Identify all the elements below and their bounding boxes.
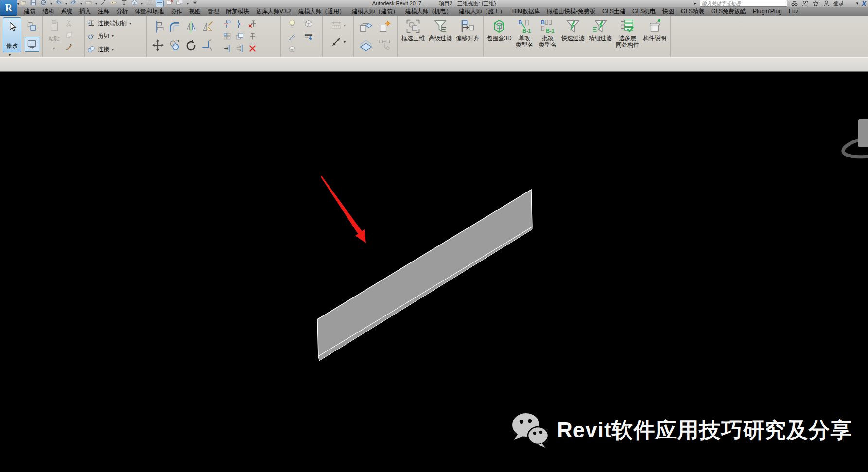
align-icon[interactable]: [152, 20, 164, 33]
pin-icon[interactable]: [248, 32, 257, 40]
sections-stack-icon[interactable]: [359, 38, 373, 52]
drawing-area[interactable]: Revit软件应用技巧研究及分享: [0, 72, 868, 472]
ribbon-tab-3[interactable]: 插入: [76, 7, 94, 16]
rename-batch-type-button[interactable]: BB-1 批改 类型名: [536, 17, 559, 55]
ribbon-tab-16[interactable]: BIM数据库: [509, 7, 543, 16]
communication-center-icon[interactable]: [801, 0, 809, 7]
document-title: 项目2 - 三维视图: {三维}: [439, 0, 496, 6]
section-box-icon[interactable]: [287, 44, 297, 54]
join-geometry-button[interactable]: 连接 ▾: [87, 44, 114, 54]
ribbon-tab-14[interactable]: 建模大师（机电）: [402, 7, 455, 16]
red-arrow-annotation: [321, 176, 366, 243]
application-menu-button[interactable]: R: [0, 0, 17, 16]
multi-layer-select-button[interactable]: 选多层 同处构件: [614, 17, 641, 55]
ribbon-tab-22[interactable]: GLS免费族酷: [708, 7, 749, 16]
svg-text:B: B: [519, 19, 522, 25]
component-note-button[interactable]: 构件说明: [641, 17, 668, 55]
cut-to-clipboard-icon[interactable]: [65, 19, 73, 27]
ribbon-tab-1[interactable]: 结构: [39, 7, 57, 16]
bounding-box-3d-button[interactable]: 包围盒3D: [486, 17, 513, 55]
paste-button[interactable]: 粘贴 ▾: [46, 17, 62, 52]
ribbon-tab-17[interactable]: 橄榄山快模-免费版: [543, 7, 599, 16]
ribbon-tab-13[interactable]: 建模大师（建筑）: [348, 7, 402, 16]
hide-lines-icon[interactable]: [304, 32, 313, 41]
mirror-pick-icon[interactable]: [185, 20, 197, 33]
scale-icon[interactable]: [236, 32, 244, 40]
unpin-icon[interactable]: [248, 20, 257, 28]
flow-diagram-icon[interactable]: [378, 38, 391, 52]
application-menu-caret-icon[interactable]: ▾: [17, 2, 19, 6]
box-select-3d-button[interactable]: 框选三维: [399, 17, 427, 55]
select-panel: 修改 ▼: [0, 16, 43, 57]
ribbon-tab-row: 建筑结构系统插入注释分析体量和场地协作视图管理附加模块族库大师V3.2建模大师（…: [0, 7, 868, 16]
mirror-draw-icon[interactable]: [201, 20, 214, 33]
search-input[interactable]: [700, 0, 787, 7]
brush-override-icon[interactable]: [287, 32, 297, 41]
copy-to-clipboard-icon[interactable]: [65, 31, 73, 39]
ribbon-tab-2[interactable]: 系统: [57, 7, 76, 16]
cubes-pair-icon[interactable]: [359, 20, 373, 34]
ribbon-tab-24[interactable]: Fuz: [785, 7, 802, 16]
search-icon[interactable]: [791, 0, 798, 7]
measure-between-refs-button[interactable]: ▾: [330, 36, 346, 48]
ribbon-tab-8[interactable]: 视图: [186, 7, 204, 16]
offset-align-button[interactable]: 偏移对齐: [454, 17, 481, 55]
sign-in-avatar-icon[interactable]: [823, 0, 830, 7]
ribbon-tab-11[interactable]: 族库大师V3.2: [253, 7, 295, 16]
ribbon-tab-10[interactable]: 附加模块: [223, 7, 253, 16]
trim-extend-icon[interactable]: [223, 44, 231, 52]
select-boxes-toggle[interactable]: [25, 19, 39, 34]
component-note-icon: [647, 19, 662, 34]
sign-in-button[interactable]: 登录: [833, 0, 844, 7]
cut-geometry-button[interactable]: 剪切 ▾: [87, 32, 114, 41]
view-cube-partial[interactable]: [842, 119, 868, 161]
cope-icon: [87, 19, 95, 27]
ribbon-tab-4[interactable]: 注释: [94, 7, 113, 16]
split-icon[interactable]: [223, 20, 231, 28]
modify-tools-large-grid: [150, 17, 216, 54]
drag-select-toggle[interactable]: [25, 37, 39, 52]
rotate-icon[interactable]: [185, 39, 197, 52]
rename-single-type-button[interactable]: BB-1 单改 类型名: [513, 17, 536, 55]
multi-trim-icon[interactable]: [236, 44, 244, 52]
ribbon-tab-5[interactable]: 分析: [113, 7, 131, 16]
ribbon-tab-18[interactable]: GLS土建: [599, 7, 629, 16]
offset-align-icon: [460, 19, 475, 34]
delete-icon[interactable]: [248, 44, 257, 52]
ribbon-tab-15[interactable]: 建模大师（施工）: [455, 7, 509, 16]
modify-tools-panel: [147, 16, 281, 57]
ribbon-tab-0[interactable]: 建筑: [20, 7, 39, 16]
advanced-filter-button[interactable]: 高级过滤: [427, 17, 454, 55]
ribbon-tab-23[interactable]: Plugin'Plug: [749, 7, 785, 16]
ribbon-tab-9[interactable]: 管理: [204, 7, 223, 16]
move-icon[interactable]: [152, 39, 164, 52]
search-expand-arrow-icon[interactable]: ▸: [694, 1, 696, 6]
modify-button[interactable]: 修改: [3, 17, 21, 52]
measure-button[interactable]: ▾: [330, 19, 346, 31]
sign-in-dropdown-icon[interactable]: ▾: [856, 1, 859, 6]
gap-split-icon[interactable]: [236, 20, 244, 28]
view-box-3d-icon[interactable]: [304, 19, 313, 29]
quick-filter-button[interactable]: 快速过滤: [559, 17, 587, 55]
cube-new-icon[interactable]: [378, 20, 391, 34]
match-properties-icon[interactable]: [65, 43, 73, 51]
ribbon-tab-12[interactable]: 建模大师（通用）: [295, 7, 348, 16]
ribbon-tab-6[interactable]: 体量和场地: [131, 7, 167, 16]
slab-bottom-edge[interactable]: [318, 227, 532, 361]
ribbon-tab-20[interactable]: 快图: [659, 7, 677, 16]
favorites-icon[interactable]: [812, 0, 819, 7]
ribbon-tab-21[interactable]: GLS精装: [677, 7, 708, 16]
cope-button[interactable]: 连接端切割 ▾: [87, 18, 131, 28]
ribbon-tab-19[interactable]: GLS机电: [629, 7, 659, 16]
create-panel: [354, 16, 398, 57]
cut-geometry-icon: [87, 33, 95, 40]
select-panel-dropdown-icon[interactable]: ▼: [8, 53, 12, 57]
corner-trim-icon[interactable]: [201, 39, 214, 52]
exchange-apps-icon[interactable]: X: [862, 0, 866, 7]
copy-element-icon[interactable]: [168, 39, 181, 52]
array-icon[interactable]: [223, 32, 231, 40]
ribbon-tab-7[interactable]: 协作: [167, 7, 186, 16]
offset-icon[interactable]: [168, 20, 181, 33]
lightbulb-icon[interactable]: [287, 19, 297, 29]
fine-filter-button[interactable]: 精细过滤: [587, 17, 614, 55]
